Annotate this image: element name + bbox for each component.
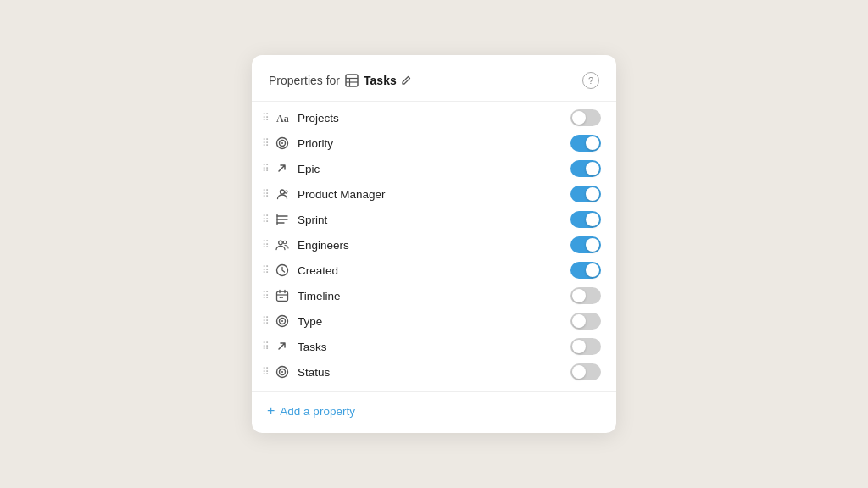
- drag-handle: ⠿: [262, 188, 269, 200]
- svg-point-14: [279, 241, 283, 245]
- prop-label-priority: Priority: [298, 137, 570, 150]
- panel-header: Properties for Tasks ?: [252, 72, 616, 101]
- toggle-knob-priority: [586, 136, 599, 150]
- edit-icon: [400, 75, 412, 86]
- title-prefix: Properties for: [269, 74, 340, 87]
- toggle-created[interactable]: [570, 262, 601, 279]
- toggle-knob-epic: [586, 162, 599, 175]
- svg-point-28: [281, 371, 283, 373]
- toggle-knob-sprint: [586, 213, 599, 226]
- property-row-sprint[interactable]: ⠿ Sprint: [259, 207, 609, 232]
- toggle-timeline[interactable]: [570, 287, 601, 304]
- property-row-product-manager[interactable]: ⠿ Product Manager: [259, 181, 609, 207]
- property-row-status[interactable]: ⠿ Status: [259, 359, 609, 385]
- drag-handle: ⠿: [262, 315, 269, 327]
- svg-point-25: [281, 320, 283, 322]
- toggle-knob-type: [572, 314, 586, 328]
- drag-handle: ⠿: [262, 264, 269, 276]
- svg-point-22: [281, 297, 283, 298]
- svg-point-9: [285, 191, 287, 193]
- prop-label-projects: Projects: [298, 112, 570, 125]
- clock-icon: [274, 262, 291, 279]
- drag-handle: ⠿: [262, 239, 269, 251]
- toggle-projects[interactable]: [570, 109, 601, 126]
- svg-rect-17: [277, 291, 288, 302]
- add-property-button[interactable]: + Add a property: [252, 396, 616, 419]
- toggle-knob-tasks: [572, 340, 586, 353]
- property-row-tasks[interactable]: ⠿ Tasks: [259, 334, 609, 359]
- svg-point-15: [283, 241, 287, 244]
- drag-handle: ⠿: [262, 137, 269, 149]
- arrow2-icon: [274, 338, 291, 355]
- drag-handle: ⠿: [262, 163, 269, 175]
- toggle-sprint[interactable]: [570, 211, 601, 228]
- drag-handle: ⠿: [262, 290, 269, 302]
- list-icon: [274, 211, 291, 228]
- bottom-divider: [252, 391, 616, 392]
- plus-icon: +: [267, 404, 275, 418]
- add-property-label: Add a property: [280, 405, 355, 418]
- toggle-knob-engineers: [586, 238, 599, 252]
- text-icon: Aa: [274, 109, 291, 126]
- prop-label-epic: Epic: [298, 163, 570, 175]
- drag-handle: ⠿: [262, 112, 269, 124]
- target2-icon: [274, 313, 291, 330]
- table-icon: [345, 74, 359, 87]
- calendar-icon: [274, 287, 291, 304]
- property-row-timeline[interactable]: ⠿ Timeline: [259, 283, 609, 308]
- prop-label-status: Status: [298, 366, 570, 379]
- svg-rect-0: [346, 75, 358, 86]
- prop-label-tasks: Tasks: [298, 341, 570, 353]
- property-row-created[interactable]: ⠿ Created: [259, 258, 609, 283]
- prop-label-engineers: Engineers: [298, 239, 570, 252]
- property-row-projects[interactable]: ⠿ Aa Projects: [259, 105, 609, 130]
- target-icon: [274, 135, 291, 152]
- property-list: ⠿ Aa Projects ⠿ Priority ⠿: [252, 105, 616, 385]
- prop-label-product-manager: Product Manager: [298, 188, 570, 201]
- property-row-epic[interactable]: ⠿ Epic: [259, 156, 609, 181]
- property-row-priority[interactable]: ⠿ Priority: [259, 130, 609, 156]
- panel-title: Properties for Tasks: [269, 74, 412, 87]
- toggle-tasks[interactable]: [570, 338, 601, 355]
- svg-point-7: [281, 142, 283, 144]
- toggle-knob-product-manager: [586, 187, 599, 201]
- toggle-knob-projects: [572, 111, 586, 125]
- title-entity: Tasks: [364, 74, 412, 87]
- prop-label-created: Created: [298, 264, 570, 277]
- property-row-type[interactable]: ⠿ Type: [259, 308, 609, 334]
- toggle-engineers[interactable]: [570, 236, 601, 253]
- status-icon: [274, 363, 291, 380]
- group-icon: [274, 236, 291, 253]
- drag-handle: ⠿: [262, 341, 269, 352]
- toggle-status[interactable]: [570, 363, 601, 380]
- drag-handle: ⠿: [262, 366, 269, 378]
- help-button[interactable]: ?: [582, 72, 599, 89]
- toggle-knob-timeline: [572, 289, 586, 302]
- toggle-knob-created: [586, 263, 599, 277]
- toggle-type[interactable]: [570, 313, 601, 330]
- property-row-engineers[interactable]: ⠿ Engineers: [259, 232, 609, 258]
- divider: [252, 101, 616, 102]
- toggle-product-manager[interactable]: [570, 186, 601, 202]
- properties-panel: Properties for Tasks ? ⠿ Aa: [252, 55, 616, 433]
- person-icon: [274, 186, 291, 202]
- drag-handle: ⠿: [262, 214, 269, 225]
- prop-label-timeline: Timeline: [298, 290, 570, 302]
- toggle-epic[interactable]: [570, 160, 601, 177]
- toggle-knob-status: [572, 365, 586, 379]
- prop-label-type: Type: [298, 315, 570, 328]
- arrow-icon: [274, 160, 291, 177]
- prop-label-sprint: Sprint: [298, 214, 570, 226]
- svg-point-21: [280, 297, 281, 298]
- svg-text:Aa: Aa: [276, 113, 289, 125]
- toggle-priority[interactable]: [570, 135, 601, 152]
